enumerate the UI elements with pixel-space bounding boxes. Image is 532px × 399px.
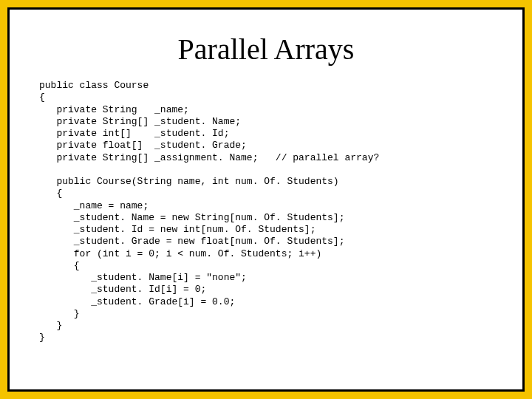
slide-content: Parallel Arrays public class Course { pr…: [7, 7, 525, 392]
slide-frame: Parallel Arrays public class Course { pr…: [0, 0, 532, 399]
slide-title: Parallel Arrays: [32, 32, 500, 66]
code-block: public class Course { private String _na…: [39, 80, 500, 344]
